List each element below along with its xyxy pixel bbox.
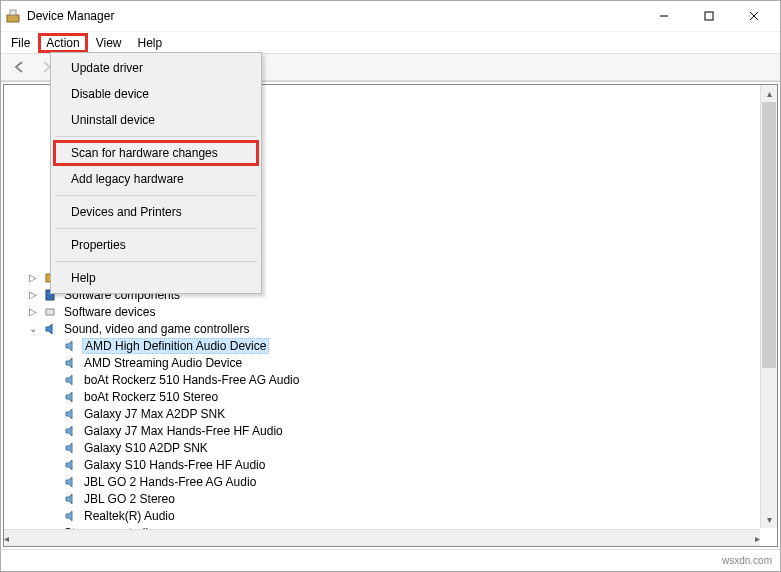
svg-rect-0 (7, 15, 19, 22)
watermark-text: wsxdn.com (722, 555, 772, 566)
audio-device-icon (62, 338, 78, 354)
tree-label: Galaxy J7 Max Hands-Free HF Audio (82, 424, 285, 438)
menu-properties[interactable]: Properties (53, 232, 259, 258)
vertical-scrollbar[interactable]: ▴ ▾ (760, 85, 777, 528)
audio-device-icon (62, 457, 78, 473)
menu-help[interactable]: Help (53, 265, 259, 291)
tree-label: AMD Streaming Audio Device (82, 356, 244, 370)
tree-node-audio-device[interactable]: Galaxy J7 Max A2DP SNK (4, 405, 777, 422)
menu-file[interactable]: File (3, 34, 38, 52)
tree-node-audio-device[interactable]: JBL GO 2 Stereo (4, 490, 777, 507)
app-icon (5, 8, 21, 24)
window-title: Device Manager (27, 9, 641, 23)
window-controls (641, 2, 776, 30)
tree-label: JBL GO 2 Stereo (82, 492, 177, 506)
expand-icon[interactable]: ▷ (26, 271, 40, 285)
audio-device-icon (62, 491, 78, 507)
menu-add-legacy-hardware[interactable]: Add legacy hardware (53, 166, 259, 192)
tree-label: Galaxy S10 A2DP SNK (82, 441, 210, 455)
audio-device-icon (62, 372, 78, 388)
close-button[interactable] (731, 2, 776, 30)
collapse-icon[interactable]: ⌄ (26, 322, 40, 336)
menu-action[interactable]: Action (38, 33, 87, 53)
tree-label: boAt Rockerz 510 Hands-Free AG Audio (82, 373, 301, 387)
tree-node-audio-device[interactable]: Realtek(R) Audio (4, 507, 777, 524)
horizontal-scrollbar[interactable]: ◂ ▸ (4, 529, 760, 546)
software-devices-icon (42, 304, 58, 320)
audio-device-icon (62, 355, 78, 371)
tree-node-audio-device[interactable]: Galaxy S10 Hands-Free HF Audio (4, 456, 777, 473)
tree-node-audio-device[interactable]: boAt Rockerz 510 Stereo (4, 388, 777, 405)
menu-separator (55, 136, 257, 137)
tree-label: AMD High Definition Audio Device (82, 338, 269, 354)
tree-node-audio-device[interactable]: AMD Streaming Audio Device (4, 354, 777, 371)
menu-help[interactable]: Help (130, 34, 171, 52)
tree-node-audio-device[interactable]: JBL GO 2 Hands-Free AG Audio (4, 473, 777, 490)
tree-label: Realtek(R) Audio (82, 509, 177, 523)
menubar: File Action View Help (1, 31, 780, 53)
statusbar: wsxdn.com (1, 549, 780, 571)
scroll-right-icon[interactable]: ▸ (755, 530, 760, 547)
tree-label: Sound, video and game controllers (62, 322, 251, 336)
svg-rect-8 (46, 309, 54, 315)
tree-node-audio-device[interactable]: Galaxy S10 A2DP SNK (4, 439, 777, 456)
menu-disable-device[interactable]: Disable device (53, 81, 259, 107)
expand-icon[interactable]: ▷ (26, 305, 40, 319)
scroll-down-icon[interactable]: ▾ (761, 511, 777, 528)
tree-node-sound-controllers[interactable]: ⌄ Sound, video and game controllers (4, 320, 777, 337)
audio-device-icon (62, 508, 78, 524)
tree-node-audio-device[interactable]: AMD High Definition Audio Device (4, 337, 777, 354)
tree-node-audio-device[interactable]: boAt Rockerz 510 Hands-Free AG Audio (4, 371, 777, 388)
titlebar: Device Manager (1, 1, 780, 31)
menu-separator (55, 228, 257, 229)
tree-node-software-devices[interactable]: ▷ Software devices (4, 303, 777, 320)
expand-icon[interactable]: ▷ (26, 288, 40, 302)
menu-separator (55, 261, 257, 262)
menu-view[interactable]: View (88, 34, 130, 52)
audio-device-icon (62, 440, 78, 456)
tree-node-audio-device[interactable]: Galaxy J7 Max Hands-Free HF Audio (4, 422, 777, 439)
menu-uninstall-device[interactable]: Uninstall device (53, 107, 259, 133)
audio-device-icon (62, 406, 78, 422)
back-button[interactable] (7, 56, 31, 78)
minimize-button[interactable] (641, 2, 686, 30)
action-dropdown-menu: Update driver Disable device Uninstall d… (50, 52, 262, 294)
tree-label: Galaxy J7 Max A2DP SNK (82, 407, 227, 421)
maximize-button[interactable] (686, 2, 731, 30)
tree-label: JBL GO 2 Hands-Free AG Audio (82, 475, 258, 489)
svg-rect-3 (705, 12, 713, 20)
menu-update-driver[interactable]: Update driver (53, 55, 259, 81)
audio-device-icon (62, 423, 78, 439)
sound-icon (42, 321, 58, 337)
menu-separator (55, 195, 257, 196)
tree-label: boAt Rockerz 510 Stereo (82, 390, 220, 404)
svg-rect-1 (10, 10, 16, 15)
audio-device-icon (62, 389, 78, 405)
scroll-up-icon[interactable]: ▴ (761, 85, 777, 102)
scroll-left-icon[interactable]: ◂ (4, 530, 9, 547)
tree-label: Software devices (62, 305, 157, 319)
menu-scan-hardware-changes[interactable]: Scan for hardware changes (53, 140, 259, 166)
menu-devices-and-printers[interactable]: Devices and Printers (53, 199, 259, 225)
scroll-thumb[interactable] (762, 102, 776, 368)
audio-device-icon (62, 474, 78, 490)
tree-label: Galaxy S10 Hands-Free HF Audio (82, 458, 267, 472)
